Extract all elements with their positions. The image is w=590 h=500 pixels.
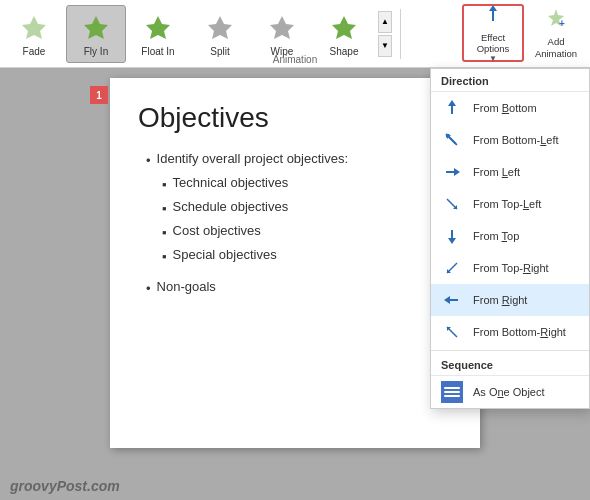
bullet-dot-2: • (146, 278, 151, 300)
from-top-right-icon (441, 257, 463, 279)
anim-split[interactable]: Split (190, 5, 250, 63)
anim-shape[interactable]: Shape (314, 5, 374, 63)
effect-options-button[interactable]: Effect Options ▼ (462, 4, 524, 62)
from-top-right-label: From Top-Right (473, 262, 549, 274)
svg-marker-18 (454, 168, 460, 176)
ribbon-divider (400, 9, 401, 59)
ribbon-scroll: ▲ ▼ (378, 11, 392, 57)
ribbon: Fade Fly In Float In (0, 0, 590, 68)
from-bottom-label: From Bottom (473, 102, 537, 114)
direction-from-top[interactable]: From Top (431, 220, 589, 252)
direction-from-top-right[interactable]: From Top-Right (431, 252, 589, 284)
bullet-1: • Identify overall project objectives: (146, 148, 452, 172)
direction-from-top-left[interactable]: From Top-Left (431, 188, 589, 220)
svg-text:+: + (559, 18, 565, 29)
sub-bullet-2: ▪ Schedule objectives (162, 196, 452, 220)
from-right-icon (441, 289, 463, 311)
direction-from-left[interactable]: From Left (431, 156, 589, 188)
wipe-icon (266, 12, 298, 44)
from-top-icon (441, 225, 463, 247)
sub-dot-1: ▪ (162, 174, 167, 196)
svg-marker-1 (84, 16, 108, 39)
from-top-left-icon (441, 193, 463, 215)
sequence-header: Sequence (431, 353, 589, 376)
split-icon (204, 12, 236, 44)
sub-1-text: Technical objectives (173, 172, 289, 194)
direction-from-right[interactable]: From Right (431, 284, 589, 316)
sub-3-text: Cost objectives (173, 220, 261, 242)
sub-bullet-4: ▪ Special objectives (162, 244, 452, 268)
add-animation-icon: + (545, 7, 567, 34)
shape-icon (328, 12, 360, 44)
svg-marker-2 (146, 16, 170, 39)
fade-label: Fade (23, 46, 46, 57)
from-right-label: From Right (473, 294, 527, 306)
from-bottom-right-label: From Bottom-Right (473, 326, 566, 338)
svg-marker-7 (489, 5, 497, 11)
svg-marker-4 (270, 16, 294, 39)
effect-options-dropdown: Direction From Bottom (430, 68, 590, 409)
main-content: 1 Objectives • Identify overall project … (0, 68, 590, 500)
anim-flyin[interactable]: Fly In (66, 5, 126, 63)
slide-number: 1 (90, 86, 108, 104)
svg-marker-11 (448, 100, 456, 106)
from-top-left-label: From Top-Left (473, 198, 541, 210)
svg-marker-3 (208, 16, 232, 39)
direction-header: Direction (431, 69, 589, 92)
bullet-dot-1: • (146, 150, 151, 172)
effect-options-arrow: ▼ (489, 54, 497, 63)
direction-from-bottom-left[interactable]: From Bottom-Left (431, 124, 589, 156)
floatin-icon (142, 12, 174, 44)
from-bottom-icon (441, 97, 463, 119)
sub-dot-2: ▪ (162, 198, 167, 220)
sub-bullet-3: ▪ Cost objectives (162, 220, 452, 244)
slide-body: • Identify overall project objectives: ▪… (138, 148, 452, 301)
svg-marker-26 (444, 296, 450, 304)
add-animation-label: Add Animation (535, 36, 577, 59)
split-label: Split (210, 46, 229, 57)
sequence-as-one-label: As One Object (473, 386, 545, 398)
from-left-icon (441, 161, 463, 183)
flyin-label: Fly In (84, 46, 108, 57)
slide-title: Objectives (138, 102, 452, 134)
anim-wipe[interactable]: Wipe (252, 5, 312, 63)
sub-dot-3: ▪ (162, 222, 167, 244)
svg-marker-22 (448, 238, 456, 244)
direction-from-bottom-right[interactable]: From Bottom-Right (431, 316, 589, 348)
fade-icon (18, 12, 50, 44)
direction-from-bottom[interactable]: From Bottom (431, 92, 589, 124)
anim-floatin[interactable]: Float In (128, 5, 188, 63)
from-bottom-right-icon (441, 321, 463, 343)
sequence-as-one[interactable]: As One Object (431, 376, 589, 408)
from-left-label: From Left (473, 166, 520, 178)
from-top-label: From Top (473, 230, 519, 242)
svg-marker-0 (22, 16, 46, 39)
flyin-icon (80, 12, 112, 44)
sequence-as-one-icon (441, 381, 463, 403)
animation-group: Fade Fly In Float In (4, 0, 460, 67)
sub-dot-4: ▪ (162, 246, 167, 268)
bullet-2-text: Non-goals (157, 276, 216, 298)
bullet-2: • Non-goals (146, 276, 452, 300)
sub-bullet-1: ▪ Technical objectives (162, 172, 452, 196)
add-animation-button[interactable]: + Add Animation (528, 4, 584, 62)
from-bottom-left-label: From Bottom-Left (473, 134, 559, 146)
effect-options-icon (482, 3, 504, 30)
scroll-up-btn[interactable]: ▲ (378, 11, 392, 33)
effect-options-label: Effect Options (477, 32, 510, 55)
watermark: groovyPost.com (10, 478, 120, 494)
scroll-down-btn[interactable]: ▼ (378, 35, 392, 57)
anim-fade[interactable]: Fade (4, 5, 64, 63)
wipe-label: Wipe (271, 46, 294, 57)
bullet-1-text: Identify overall project objectives: (157, 148, 348, 170)
svg-marker-5 (332, 16, 356, 39)
floatin-label: Float In (141, 46, 174, 57)
sub-4-text: Special objectives (173, 244, 277, 266)
sub-2-text: Schedule objectives (173, 196, 289, 218)
shape-label: Shape (330, 46, 359, 57)
from-bottom-left-icon (441, 129, 463, 151)
sequence-divider (431, 350, 589, 351)
slide: 1 Objectives • Identify overall project … (110, 78, 480, 448)
